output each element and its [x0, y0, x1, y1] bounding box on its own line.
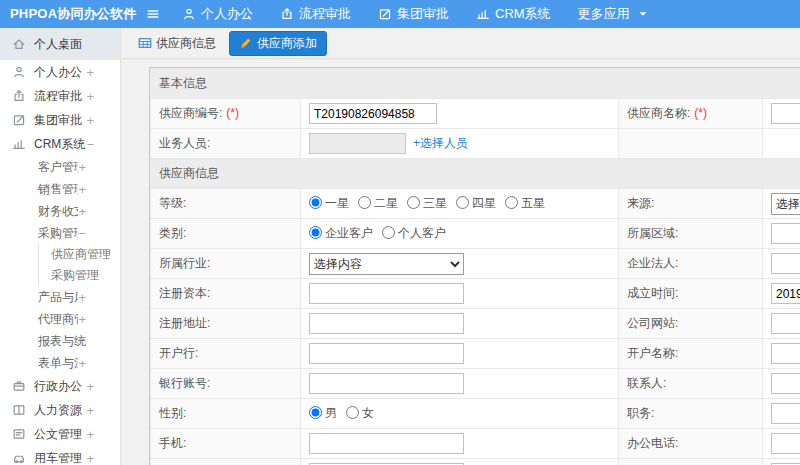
level-radio-1[interactable]: 一星: [309, 196, 349, 210]
menu-icon[interactable]: [138, 7, 168, 21]
account-name-input[interactable]: [771, 343, 800, 364]
sidebar-item-sales-mgmt[interactable]: 销售管理+: [0, 178, 120, 200]
share-icon: [12, 89, 26, 103]
level-radio-2[interactable]: 二星: [358, 196, 398, 210]
sidebar-item-admin-office[interactable]: 行政办公+: [0, 374, 120, 398]
collapse-icon[interactable]: −: [78, 227, 86, 240]
sidebar-item-label: 行政办公: [34, 378, 82, 395]
position-input[interactable]: [771, 403, 800, 424]
contact-person-input[interactable]: [771, 373, 800, 394]
body-row: 个人桌面个人办公+流程审批+集团审批+CRM系统−客户管理+销售管理+财务收支+…: [0, 28, 800, 465]
expand-icon[interactable]: +: [86, 66, 94, 79]
supplier-code-input[interactable]: [309, 103, 437, 124]
topnav-item-personal-office[interactable]: 个人办公: [182, 5, 253, 23]
supplier-form-table: 基本信息供应商编号:(*)供应商名称:(*)业务人员:+选择人员供应商信息等级:…: [150, 68, 800, 465]
supplier-name-input[interactable]: [771, 103, 800, 124]
topnav-item-group-approval[interactable]: 集团审批: [378, 5, 449, 23]
expand-icon[interactable]: +: [78, 205, 86, 218]
collapse-icon[interactable]: −: [86, 138, 94, 151]
gender-radio-1[interactable]: 男: [309, 406, 337, 420]
sidebar-item-document-mgmt[interactable]: 公文管理+: [0, 422, 120, 446]
field-label-cell: 类别:: [151, 219, 301, 249]
expand-icon[interactable]: +: [86, 428, 94, 441]
field-label: 手机:: [159, 436, 186, 450]
radio-label: 女: [362, 406, 374, 420]
office-phone-input[interactable]: [771, 433, 800, 454]
sidebar-item-customer-mgmt[interactable]: 客户管理+: [0, 156, 120, 178]
expand-icon[interactable]: +: [86, 90, 94, 103]
field-label-cell: 传真:: [151, 459, 301, 465]
sidebar: 个人桌面个人办公+流程审批+集团审批+CRM系统−客户管理+销售管理+财务收支+…: [0, 28, 121, 465]
topnav-item-workflow-approval[interactable]: 流程审批: [280, 5, 351, 23]
category-radio-2[interactable]: 个人客户: [382, 226, 446, 240]
sidebar-item-reports-stats[interactable]: 报表与统计: [0, 330, 120, 352]
topnav-item-crm-system[interactable]: CRM系统: [476, 5, 551, 23]
sidebar-item-label: 个人办公: [34, 64, 82, 81]
field-label: 来源:: [627, 196, 654, 210]
expand-icon[interactable]: +: [86, 452, 94, 465]
mobile-input[interactable]: [309, 433, 464, 454]
sidebar-item-form-workflow-settings[interactable]: 表单与流程设置+: [0, 352, 120, 374]
level-radio-3[interactable]: 三星: [407, 196, 447, 210]
app-window: PHPOA协同办公软件 个人办公流程审批集团审批CRM系统更多应用 个人桌面个人…: [0, 0, 800, 465]
field-label-cell: 注册地址:: [151, 309, 301, 339]
sidebar-item-finance[interactable]: 财务收支+: [0, 200, 120, 222]
user-icon: [182, 7, 196, 21]
region-input[interactable]: [771, 223, 800, 244]
expand-icon[interactable]: +: [86, 380, 94, 393]
bank-account-input[interactable]: [309, 373, 464, 394]
expand-icon[interactable]: +: [78, 161, 86, 174]
sidebar-item-purchasing[interactable]: 采购管理: [38, 265, 120, 286]
pencil-icon: [239, 36, 253, 50]
sales-person-input[interactable]: [309, 133, 406, 154]
sidebar-item-label: 供应商管理: [51, 246, 110, 263]
expand-icon[interactable]: +: [78, 291, 86, 304]
category-radio-1[interactable]: 企业客户: [309, 226, 373, 240]
supplier-form-panel: 基本信息供应商编号:(*)供应商名称:(*)业务人员:+选择人员供应商信息等级:…: [149, 67, 800, 465]
gender-radio-2[interactable]: 女: [346, 406, 374, 420]
field-cell: [301, 279, 619, 309]
registered-address-input[interactable]: [309, 313, 464, 334]
user-icon: [12, 65, 26, 79]
radio-label: 五星: [521, 196, 545, 210]
source-select[interactable]: 选择内容: [771, 193, 800, 215]
field-cell: [763, 279, 800, 309]
sidebar-item-human-resources[interactable]: 人力资源+: [0, 398, 120, 422]
field-label: 业务人员:: [159, 136, 210, 150]
level-radio-4[interactable]: 四星: [456, 196, 496, 210]
sidebar-item-purchase-mgmt[interactable]: 采购管理−: [0, 222, 120, 244]
sidebar-item-label: 表单与流程设置: [38, 355, 78, 372]
expand-icon[interactable]: +: [86, 114, 94, 127]
car-icon: [12, 451, 26, 465]
industry-select[interactable]: 选择内容: [309, 253, 464, 275]
expand-icon[interactable]: +: [78, 183, 86, 196]
chart-icon: [12, 137, 26, 151]
sidebar-item-personal-desktop[interactable]: 个人桌面: [0, 28, 120, 60]
registered-capital-input[interactable]: [309, 283, 464, 304]
bank-branch-input[interactable]: [309, 343, 464, 364]
sidebar-item-group-approval[interactable]: 集团审批+: [0, 108, 120, 132]
tab-supplier-add[interactable]: 供应商添加: [229, 31, 327, 56]
sidebar-item-agent-mgmt[interactable]: 代理商管理+: [0, 308, 120, 330]
sidebar-item-personal-office[interactable]: 个人办公+: [0, 60, 120, 84]
expand-icon[interactable]: +: [78, 313, 86, 326]
tab-supplier-list[interactable]: 供应商信息: [134, 32, 220, 55]
field-label-cell: 所属区域:: [619, 219, 763, 249]
field-cell: [763, 99, 800, 129]
company-website-input[interactable]: [771, 313, 800, 334]
topnav-item-more-apps[interactable]: 更多应用: [578, 5, 650, 23]
expand-icon[interactable]: +: [86, 404, 94, 417]
expand-icon[interactable]: +: [78, 357, 86, 370]
sidebar-item-crm-system[interactable]: CRM系统−: [0, 132, 120, 156]
choose-person-link[interactable]: +选择人员: [413, 136, 468, 150]
established-date-input[interactable]: [771, 283, 800, 304]
legal-person-input[interactable]: [771, 253, 800, 274]
sidebar-item-workflow-approval[interactable]: 流程审批+: [0, 84, 120, 108]
form-row: 注册资本:成立时间:: [151, 279, 800, 309]
level-radio-5[interactable]: 五星: [505, 196, 545, 210]
sidebar-item-supplier-mgmt[interactable]: 供应商管理: [38, 244, 120, 265]
edit-icon: [378, 7, 392, 21]
sidebar-item-vehicle-mgmt[interactable]: 用车管理+: [0, 446, 120, 465]
field-label-cell: 公司网站:: [619, 309, 763, 339]
sidebar-item-product-inventory[interactable]: 产品与库存+: [0, 286, 120, 308]
